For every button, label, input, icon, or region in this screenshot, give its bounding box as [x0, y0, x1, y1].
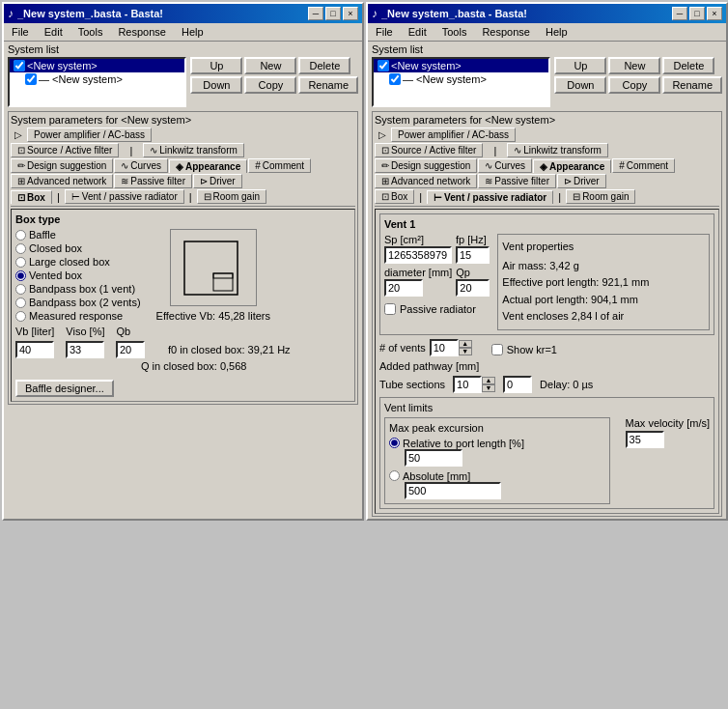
delete-btn-right[interactable]: Delete: [662, 57, 714, 74]
listbox-right[interactable]: <New system> — <New system>: [372, 57, 550, 107]
sp-group: Sp [cm²]: [384, 234, 452, 264]
vb-input-left[interactable]: [15, 341, 54, 358]
tab-driver-right[interactable]: ⊳ Driver: [557, 174, 606, 188]
list-checkbox-0-left[interactable]: [14, 60, 25, 71]
radio-bp1-input-left[interactable]: [15, 284, 26, 295]
maximize-btn-left[interactable]: □: [325, 7, 341, 20]
num-vents-down[interactable]: ▼: [459, 348, 472, 355]
radio-bp2-input-left[interactable]: [15, 298, 26, 308]
menu-file-right[interactable]: File: [372, 25, 397, 39]
menu-response-left[interactable]: Response: [114, 25, 170, 39]
viso-input-left[interactable]: [66, 341, 104, 358]
list-item-0-right[interactable]: <New system>: [374, 59, 548, 72]
minimize-btn-left[interactable]: ─: [308, 7, 323, 20]
radio-baffle-input-left[interactable]: [15, 230, 26, 241]
max-velocity-input[interactable]: [626, 431, 664, 448]
radio-large-closed-input-left[interactable]: [15, 243, 26, 254]
comment-icon-right: #: [619, 160, 625, 171]
rename-btn-right[interactable]: Rename: [662, 76, 722, 94]
list-item-0-left[interactable]: <New system>: [10, 59, 184, 72]
tab-driver-left[interactable]: ⊳ Driver: [193, 174, 242, 188]
menu-response-right[interactable]: Response: [478, 25, 534, 39]
qp-input[interactable]: [456, 279, 490, 297]
absolute-radio[interactable]: [389, 470, 400, 481]
tab-passive-right[interactable]: ≋ Passive filter: [478, 174, 556, 188]
radio-closed-input-left[interactable]: [15, 257, 26, 268]
menu-help-left[interactable]: Help: [178, 25, 208, 39]
list-item-1-right[interactable]: — <New system>: [374, 72, 548, 86]
fp-input[interactable]: [456, 246, 490, 264]
new-btn-left[interactable]: New: [244, 57, 296, 74]
list-checkbox-0-right[interactable]: [378, 60, 389, 71]
listbox-left[interactable]: <New system> — <New system>: [8, 57, 186, 107]
copy-btn-left[interactable]: Copy: [244, 76, 296, 94]
tube-sections-down[interactable]: ▼: [482, 384, 495, 392]
list-checkbox-1-right[interactable]: [389, 73, 401, 85]
tab-room-left[interactable]: ⊟ Room gain: [197, 189, 266, 204]
tube-sections-input[interactable]: [453, 376, 482, 393]
copy-btn-right[interactable]: Copy: [608, 76, 660, 94]
show-kr1-row: Show kr=1: [491, 344, 557, 355]
menu-tools-left[interactable]: Tools: [74, 25, 107, 39]
inputs-row-left: f0 in closed box: 39,21 Hz: [15, 341, 350, 358]
diameter-input[interactable]: [384, 279, 423, 297]
show-kr1-check[interactable]: [491, 344, 503, 355]
power-amp-tab-left[interactable]: Power amplifier / AC-bass: [27, 128, 152, 142]
sp-input[interactable]: [384, 246, 452, 264]
relative-radio[interactable]: [389, 438, 400, 448]
num-vents-input[interactable]: [430, 339, 459, 356]
radio-measured-input-left[interactable]: [15, 311, 26, 322]
tab-curves-right[interactable]: ∿ Curves: [478, 158, 532, 173]
tab-advnet-right[interactable]: ⊞ Advanced network: [375, 174, 477, 188]
close-btn-right[interactable]: ×: [707, 7, 722, 20]
linkwitz-tab-left[interactable]: ∿ Linkwitz transform: [143, 143, 244, 157]
relative-input[interactable]: [405, 449, 462, 467]
tab-comment-right[interactable]: # Comment: [612, 158, 675, 173]
menu-edit-left[interactable]: Edit: [41, 25, 67, 39]
menu-edit-right[interactable]: Edit: [405, 25, 431, 39]
tab-appearance-right[interactable]: ◈ Appearance: [533, 159, 611, 173]
minimize-btn-right[interactable]: ─: [672, 7, 687, 20]
tab-room-right[interactable]: ⊟ Room gain: [566, 189, 635, 204]
tab-appearance-left[interactable]: ◈ Appearance: [169, 159, 247, 173]
maximize-btn-right[interactable]: □: [689, 7, 705, 20]
box-type-label-left: Box type: [15, 213, 350, 225]
tab-design-left[interactable]: ✏ Design suggestion: [11, 158, 113, 173]
list-item-1-left[interactable]: — <New system>: [10, 72, 184, 86]
baffle-btn-left[interactable]: Baffle designer...: [15, 380, 114, 397]
menu-help-right[interactable]: Help: [542, 25, 572, 39]
tab-design-right[interactable]: ✏ Design suggestion: [375, 158, 477, 173]
up-btn-left[interactable]: Up: [190, 57, 242, 74]
down-btn-left[interactable]: Down: [190, 76, 242, 94]
list-checkbox-1-left[interactable]: [25, 73, 37, 85]
tab-vent-right[interactable]: ⊢ Vent / passive radiator: [427, 190, 553, 204]
qb-input-left[interactable]: [116, 341, 145, 358]
tab-curves-left[interactable]: ∿ Curves: [114, 158, 168, 173]
power-amp-tab-right[interactable]: Power amplifier / AC-bass: [391, 128, 516, 142]
tab-box-right[interactable]: ⊡ Box: [375, 189, 414, 204]
tab-passive-left[interactable]: ≋ Passive filter: [114, 174, 192, 188]
absolute-input[interactable]: [405, 482, 501, 499]
up-btn-right[interactable]: Up: [554, 57, 606, 74]
box-svg-left: [180, 237, 247, 299]
menu-file-left[interactable]: File: [8, 25, 33, 39]
rename-btn-left[interactable]: Rename: [298, 76, 358, 94]
close-btn-left[interactable]: ×: [343, 7, 358, 20]
menu-tools-right[interactable]: Tools: [438, 25, 471, 39]
tab-advnet-left[interactable]: ⊞ Advanced network: [11, 174, 113, 188]
source-tab-left[interactable]: ⊡ Source / Active filter: [11, 143, 119, 157]
app-icon-right: ♪: [372, 7, 378, 20]
tab-vent-left[interactable]: ⊢ Vent / passive radiator: [65, 189, 184, 204]
linkwitz-tab-right[interactable]: ∿ Linkwitz transform: [507, 143, 608, 157]
new-btn-right[interactable]: New: [608, 57, 660, 74]
tube-sections-up[interactable]: ▲: [482, 377, 495, 384]
added-pathway-input[interactable]: [503, 376, 532, 393]
radio-vented-input-left[interactable]: [15, 270, 26, 281]
passive-rad-check[interactable]: [384, 303, 396, 315]
down-btn-right[interactable]: Down: [554, 76, 606, 94]
delete-btn-left[interactable]: Delete: [298, 57, 350, 74]
tab-box-left[interactable]: ⊡ Box: [11, 190, 52, 204]
tab-comment-left[interactable]: # Comment: [248, 158, 311, 173]
num-vents-up[interactable]: ▲: [459, 340, 472, 348]
source-tab-right[interactable]: ⊡ Source / Active filter: [375, 143, 483, 157]
